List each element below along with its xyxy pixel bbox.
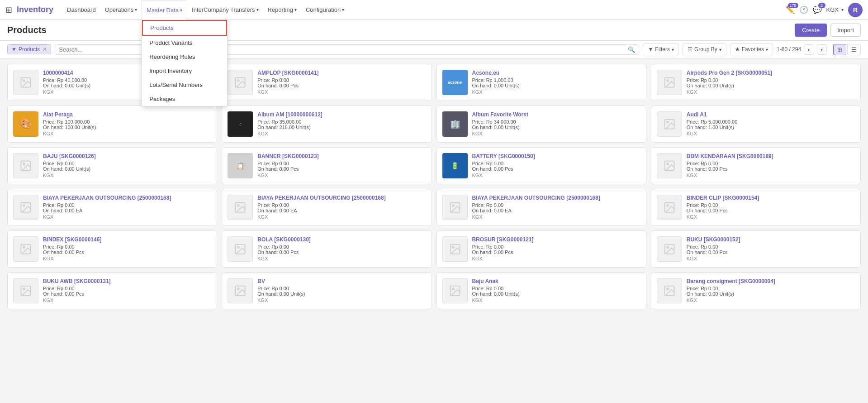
reporting-arrow-icon: ▾ (294, 7, 297, 12)
product-company: KGX (472, 297, 640, 303)
product-onhand: On hand: 0.00 Pcs (472, 249, 640, 255)
nav-item-configuration[interactable]: Configuration ▾ (301, 0, 349, 20)
product-onhand: On hand: 0.00 EA (257, 208, 426, 213)
product-image: acsone (442, 70, 468, 95)
dropdown-item-import-inventory[interactable]: Import Inventory (142, 64, 227, 78)
product-price: Price: Rp 0.00 (257, 286, 426, 291)
nav-item-intercompany[interactable]: InterCompany Transfers ▾ (187, 0, 263, 20)
product-card[interactable]: BUKU AWB [SKG0000131] Price: Rp 0.00 On … (7, 272, 217, 309)
product-image-placeholder (13, 195, 38, 220)
product-card[interactable]: BINDER CLIP [SKG0000154] Price: Rp 0.00 … (651, 189, 861, 226)
product-card[interactable]: BIAYA PEKERJAAN OUTSOURCING [2500000168]… (436, 189, 646, 226)
product-info: BUKU [SKG0000152] Price: Rp 0.00 On hand… (687, 236, 855, 261)
product-card[interactable]: ♫ Album AM [10000000612] Price: Rp 35,00… (222, 106, 432, 143)
product-card[interactable]: BBM KENDARAAN [SKG0000189] Price: Rp 0.0… (651, 147, 861, 184)
product-company: KGX (257, 173, 426, 178)
product-name: BUKU [SKG0000152] (687, 236, 855, 243)
product-name: BATTERY [SKG0000150] (472, 153, 640, 159)
product-info: BATTERY [SKG0000150] Price: Rp 0.00 On h… (472, 153, 640, 178)
product-name: Album AM [10000000612] (257, 111, 426, 118)
product-card[interactable]: BIAYA PEKERJAAN OUTSOURCING [2500000168]… (222, 189, 432, 226)
product-card[interactable]: Audi A1 Price: Rp 5,000,000.00 On hand: … (651, 106, 861, 143)
product-card[interactable]: 🔋 BATTERY [SKG0000150] Price: Rp 0.00 On… (436, 147, 646, 184)
product-price: Price: Rp 0.00 (687, 202, 855, 208)
product-card[interactable]: Barang consigment [SKG0000004] Price: Rp… (651, 272, 861, 309)
product-price: Price: Rp 34,000.00 (472, 119, 640, 125)
product-info: BV Price: Rp 0.00 On hand: 0.00 Unit(s) … (257, 278, 426, 303)
chat-badge: 2 (818, 3, 825, 8)
create-button[interactable]: Create (795, 24, 827, 37)
search-icon[interactable]: 🔍 (628, 46, 635, 53)
chat-icon-btn[interactable]: 💬 2 (813, 5, 822, 14)
groupby-arrow-icon: ▾ (719, 47, 721, 52)
product-info: BANNER [SKG0000123] Price: Rp 0.00 On ha… (257, 153, 426, 178)
product-name: BINDEX [SKG0000146] (43, 236, 211, 243)
product-image-placeholder (13, 278, 38, 303)
product-company: KGX (472, 89, 640, 95)
list-view-button[interactable]: ☰ (847, 44, 861, 55)
product-price: Price: Rp 0.00 (472, 244, 640, 249)
header-actions: Create Import (795, 24, 861, 37)
product-card[interactable]: AMPLOP [SKG0000141] Price: Rp 0.00 On ha… (222, 64, 432, 101)
user-menu[interactable]: KGX ▾ (826, 6, 844, 13)
product-price: Price: Rp 0.00 (687, 286, 855, 291)
product-card[interactable]: BOLA [SKG0000130] Price: Rp 0.00 On hand… (222, 230, 432, 268)
product-onhand: On hand: 0.00 Unit(s) (257, 291, 426, 297)
filter-tag-close-icon[interactable]: ✕ (43, 46, 47, 53)
nav-item-master-data[interactable]: Master Data ▾ Products Product Variants … (142, 0, 187, 20)
product-card[interactable]: BV Price: Rp 0.00 On hand: 0.00 Unit(s) … (222, 272, 432, 309)
product-card[interactable]: 📋 BANNER [SKG0000123] Price: Rp 0.00 On … (222, 147, 432, 184)
product-card[interactable]: 🎨 Alat Peraga Price: Rp 100,000.00 On ha… (7, 106, 217, 143)
app-grid-icon[interactable]: ⊞ (5, 5, 12, 15)
dropdown-item-packages[interactable]: Packages (142, 92, 227, 106)
edit-icon-btn[interactable]: ✏️ 175 (786, 5, 795, 14)
product-company: KGX (43, 256, 211, 261)
product-card[interactable]: Baju Anak Price: Rp 0.00 On hand: 0.00 U… (436, 272, 646, 309)
product-card[interactable]: BINDEX [SKG0000146] Price: Rp 0.00 On ha… (7, 230, 217, 268)
product-name: BIAYA PEKERJAAN OUTSOURCING [2500000168] (472, 195, 640, 201)
product-company: KGX (43, 214, 211, 220)
product-image-placeholder (442, 278, 468, 303)
sub-header: Products Create Import (0, 20, 868, 41)
app-title[interactable]: Inventory (17, 5, 53, 14)
product-onhand: On hand: 0.00 EA (43, 208, 211, 213)
avatar[interactable]: R (848, 3, 863, 17)
svg-point-5 (667, 80, 669, 82)
pagination-next-button[interactable]: › (817, 44, 827, 55)
product-card[interactable]: BROSUR [SKG0000121] Price: Rp 0.00 On ha… (436, 230, 646, 268)
clock-icon-btn[interactable]: 🕐 (799, 5, 808, 14)
product-onhand: On hand: 0.00 Unit(s) (687, 291, 855, 297)
grid-view-button[interactable]: ⊞ (833, 44, 846, 55)
dropdown-item-product-variants[interactable]: Product Variants (142, 36, 227, 50)
nav-item-reporting[interactable]: Reporting ▾ (263, 0, 301, 20)
groupby-button[interactable]: ☰ Group By ▾ (683, 43, 726, 55)
product-name: AMPLOP [SKG0000141] (257, 70, 426, 76)
product-image: 🎨 (13, 111, 38, 137)
nav-item-dashboard[interactable]: Dashboard (62, 0, 100, 20)
import-button[interactable]: Import (830, 24, 861, 37)
product-onhand: On hand: 0.00 Unit(s) (472, 125, 640, 130)
nav-item-operations[interactable]: Operations ▾ (100, 0, 142, 20)
groupby-icon: ☰ (688, 46, 693, 53)
favorites-button[interactable]: ★ Favorites ▾ (730, 43, 773, 55)
product-card[interactable]: BIAYA PEKERJAAN OUTSOURCING [2500000168]… (7, 189, 217, 226)
svg-point-1 (23, 80, 25, 82)
product-onhand: On hand: 0.00 Unit(s) (43, 166, 211, 172)
pagination-prev-button[interactable]: ‹ (804, 44, 814, 55)
filters-button[interactable]: ▼ Filters ▾ (643, 43, 679, 55)
product-card[interactable]: BAJU [SKG0000126] Price: Rp 0.00 On hand… (7, 147, 217, 184)
favorites-arrow-icon: ▾ (766, 47, 768, 52)
dropdown-item-reordering-rules[interactable]: Reordering Rules (142, 50, 227, 64)
svg-point-23 (237, 246, 239, 248)
dropdown-item-products[interactable]: Products (142, 20, 227, 36)
dropdown-item-lots-serial[interactable]: Lots/Serial Numbers (142, 78, 227, 92)
product-card[interactable]: acsone Acsone.eu Price: Rp 1,000.00 On h… (436, 64, 646, 101)
product-onhand: On hand: 0.00 Unit(s) (472, 83, 640, 88)
products-area: 1000000414 Price: Rp 40,000.00 On hand: … (0, 58, 868, 398)
product-card[interactable]: 🏢 Album Favorite Worst Price: Rp 34,000.… (436, 106, 646, 143)
product-card[interactable]: Airpods Pro Gen 2 [SKG0000051] Price: Rp… (651, 64, 861, 101)
product-card[interactable]: BUKU [SKG0000152] Price: Rp 0.00 On hand… (651, 230, 861, 268)
filter-tag[interactable]: ▼ Products ✕ (7, 44, 51, 54)
product-onhand: On hand: 0.00 Pcs (257, 166, 426, 172)
product-price: Price: Rp 35,000.00 (257, 119, 426, 125)
